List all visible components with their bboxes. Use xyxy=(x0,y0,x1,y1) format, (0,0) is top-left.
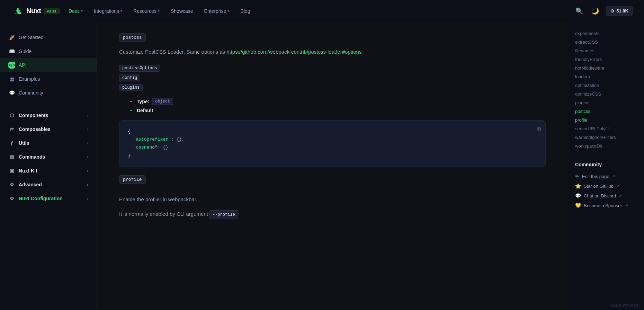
main-content: postcss Customize PostCSS Loader. Same o… xyxy=(97,22,568,310)
right-sidebar-item-postcss[interactable]: postcss xyxy=(575,107,637,116)
cli-arg-badge: --profile xyxy=(209,210,238,219)
guide-icon: 📖 xyxy=(8,48,15,55)
api-icon: </> xyxy=(8,62,15,69)
right-sidebar-items: experimentsextractCSSfilenamesfriendlyEr… xyxy=(575,29,637,150)
sidebar-item-label-api: API xyxy=(19,62,27,68)
chat-on-discord-icon: 💬 xyxy=(575,193,581,198)
logo[interactable]: Nuxt v3.11 xyxy=(11,5,60,17)
profile-desc-2: It is normally enabled by CLI argument -… xyxy=(119,210,546,219)
copy-button[interactable]: ⧉ xyxy=(537,125,541,135)
sidebar-section-nuxt-configuration[interactable]: ⚙Nuxt Configuration› xyxy=(0,192,97,205)
right-sidebar-item-loaders[interactable]: loaders xyxy=(575,72,637,81)
nuxt-kit-section-icon: ▣ xyxy=(8,167,15,174)
resources-chevron-icon: ▾ xyxy=(158,9,160,13)
commands-section-icon: ▤ xyxy=(8,153,15,160)
right-sidebar-item-hotMiddleware[interactable]: hotMiddleware xyxy=(575,64,637,72)
code-line-4: } xyxy=(128,152,537,160)
nav-item-integrations[interactable]: Integrations▾ xyxy=(89,6,127,16)
nuxt-configuration-chevron-icon: › xyxy=(87,196,88,201)
github-button[interactable]: ⊙ 51.8K xyxy=(606,6,633,16)
sidebar-item-label-get-started: Get Started xyxy=(19,35,44,40)
postcss-description: Customize PostCSS Loader. Same options a… xyxy=(119,47,546,56)
code-line-3: "cssnano": {} xyxy=(128,143,537,151)
sidebar-item-community[interactable]: 💬Community xyxy=(0,86,97,100)
sub-badge-config: config xyxy=(119,73,546,83)
github-stars: 51.8K xyxy=(616,8,628,14)
edit-this-page-icon: ✏ xyxy=(575,174,579,179)
nav-item-docs[interactable]: Docs▾ xyxy=(64,6,88,16)
main-nav: Docs▾Integrations▾Resources▾ShowcaseEnte… xyxy=(64,6,255,16)
right-sidebar-item-experiments[interactable]: experiments xyxy=(575,29,637,38)
community-link-become-a-sponsor[interactable]: 💛Become a Sponsor↗ xyxy=(575,201,637,210)
bullet-default: • xyxy=(130,108,132,113)
nuxt-configuration-section-icon: ⚙ xyxy=(8,195,15,202)
composables-chevron-icon: › xyxy=(87,127,88,131)
right-sidebar-item-plugins[interactable]: plugins xyxy=(575,98,637,107)
sidebar-section-label-nuxt-configuration: Nuxt Configuration xyxy=(19,196,63,201)
sidebar-sections: ⬡Components›⇄Composables›ƒUtils›▤Command… xyxy=(0,108,97,205)
type-label: Type: xyxy=(137,99,149,104)
sub-badge-plugins: plugins xyxy=(119,83,546,92)
right-sidebar-item-profile[interactable]: profile xyxy=(575,116,637,124)
community-link-label-chat-on-discord: Chat on Discord xyxy=(584,193,616,198)
code-line-1: { xyxy=(128,127,537,135)
postcss-sub-badges: postcssOptionsconfigplugins xyxy=(119,63,546,92)
community-link-chat-on-discord[interactable]: 💬Chat on Discord↗ xyxy=(575,191,637,201)
community-icon: 💬 xyxy=(8,89,15,96)
star-on-github-icon: ⭐ xyxy=(575,183,581,189)
sidebar-section-advanced[interactable]: ⚙Advanced› xyxy=(0,178,97,192)
sidebar-section-components[interactable]: ⬡Components› xyxy=(0,108,97,122)
search-icon[interactable]: 🔍 xyxy=(574,6,584,16)
right-sidebar-item-serverURLPolyfill[interactable]: serverURLPolyfill xyxy=(575,124,637,133)
utils-section-icon: ƒ xyxy=(8,140,15,147)
right-sidebar-item-optimizeCSS[interactable]: optimizeCSS xyxy=(575,90,637,98)
community-link-edit-this-page[interactable]: ✏Edit this page↗ xyxy=(575,171,637,181)
sidebar-item-guide[interactable]: 📖Guide xyxy=(0,44,97,58)
community-link-star-on-github[interactable]: ⭐Star on GitHub↗ xyxy=(575,181,637,191)
sidebar-item-get-started[interactable]: 🚀Get Started xyxy=(0,30,97,44)
components-section-icon: ⬡ xyxy=(8,112,15,119)
code-line-2: "autoprefixer": {}, xyxy=(128,135,537,143)
advanced-chevron-icon: › xyxy=(87,183,88,187)
advanced-section-icon: ⚙ xyxy=(8,181,15,188)
right-sidebar: experimentsextractCSSfilenamesfriendlyEr… xyxy=(568,22,644,310)
sidebar-section-label-utils: Utils xyxy=(19,140,29,146)
sidebar-divider xyxy=(8,104,88,104)
sidebar-item-examples[interactable]: ▦Examples xyxy=(0,72,97,86)
postcss-link[interactable]: https://github.com/webpack-contrib/postc… xyxy=(226,49,361,55)
sidebar-section-commands[interactable]: ▤Commands› xyxy=(0,150,97,164)
sidebar-item-api[interactable]: </>API xyxy=(0,58,97,72)
nav-item-resources[interactable]: Resources▾ xyxy=(128,6,164,16)
postcss-code-block: ⧉ { "autoprefixer": {}, "cssnano": {} } xyxy=(119,120,546,167)
sidebar-section-label-composables: Composables xyxy=(19,126,51,132)
sidebar-section-utils[interactable]: ƒUtils› xyxy=(0,136,97,150)
profile-desc-1: Enable the profiler in webpackbar. xyxy=(119,195,546,204)
logo-text: Nuxt xyxy=(26,7,41,15)
sidebar-section-label-components: Components xyxy=(19,113,48,118)
version-badge: v3.11 xyxy=(44,8,60,14)
right-sidebar-item-filenames[interactable]: filenames xyxy=(575,46,637,55)
type-value: object xyxy=(152,98,173,105)
nav-item-showcase[interactable]: Showcase xyxy=(166,6,198,16)
community-link-label-edit-this-page: Edit this page xyxy=(582,174,609,179)
sidebar-section-composables[interactable]: ⇄Composables› xyxy=(0,122,97,136)
nav-item-enterprise[interactable]: Enterprise▾ xyxy=(199,6,234,16)
right-sidebar-item-optimization[interactable]: optimization xyxy=(575,81,637,90)
composables-section-icon: ⇄ xyxy=(8,126,15,133)
sidebar-section-nuxt-kit[interactable]: ▣Nuxt Kit› xyxy=(0,164,97,178)
right-sidebar-item-warningIgnoreFilters[interactable]: warningIgnoreFilters xyxy=(575,133,637,142)
community-link-label-star-on-github: Star on GitHub xyxy=(584,184,614,189)
header-right: 🔍 🌙 ⊙ 51.8K xyxy=(574,6,633,16)
community-section-title: Community xyxy=(575,162,637,167)
nav-item-blog[interactable]: Blog xyxy=(235,6,255,16)
profile-badge: profile xyxy=(119,175,146,184)
star-on-github-external-arrow-icon: ↗ xyxy=(616,184,619,188)
right-sidebar-item-workspaceDir[interactable]: workspaceDir xyxy=(575,142,637,150)
right-sidebar-item-extractCSS[interactable]: extractCSS xyxy=(575,38,637,46)
commands-chevron-icon: › xyxy=(87,155,88,159)
dark-mode-icon[interactable]: 🌙 xyxy=(590,6,600,16)
sidebar-section-label-commands: Commands xyxy=(19,154,45,160)
become-a-sponsor-icon: 💛 xyxy=(575,203,581,208)
enterprise-chevron-icon: ▾ xyxy=(227,9,229,13)
right-sidebar-item-friendlyErrors[interactable]: friendlyErrors xyxy=(575,55,637,64)
